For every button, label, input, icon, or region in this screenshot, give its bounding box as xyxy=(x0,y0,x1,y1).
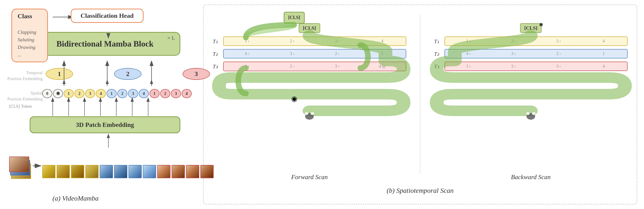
token-r1: 1 xyxy=(150,89,160,98)
temporal-pos-embed-label: Temporal Position Embedding xyxy=(7,70,43,82)
svg-point-24 xyxy=(310,112,314,115)
svg-text:[CLS]: [CLS] xyxy=(288,15,300,20)
token-y1: 1 xyxy=(64,89,74,98)
cls-box-backward: [CLS] ◉ xyxy=(520,23,541,33)
divider xyxy=(420,14,420,174)
t3-frames-backward: 1 ‹ 2 ‹ 3 ‹ 4 xyxy=(444,62,628,71)
svg-point-25 xyxy=(526,113,535,120)
t1-label-forward: T₁ xyxy=(213,38,221,44)
thumb-front xyxy=(9,156,29,172)
t3b-f1: 1 ‹ xyxy=(447,64,490,69)
right-panel: [CLS] ◉ xyxy=(203,4,637,204)
token-r2: 2 xyxy=(160,89,170,98)
token-b2: 2 xyxy=(117,89,127,98)
svg-rect-19 xyxy=(284,12,304,23)
cls-top-forward: [CLS] xyxy=(213,23,406,33)
t1-f3: 3 › xyxy=(316,39,359,44)
token-star: ✱ xyxy=(53,89,63,98)
cls-box-forward: [CLS] xyxy=(299,23,320,33)
frame-oval-1: 1 xyxy=(46,68,73,80)
backward-scan-title: Backward Scan xyxy=(430,174,632,181)
left-panel: Class Clapping Saluting Drawing ... Clas… xyxy=(7,4,194,204)
svg-point-22 xyxy=(305,113,314,120)
t3-f3: 3 › xyxy=(316,64,359,69)
t1-label-backward: T₁ xyxy=(434,38,443,44)
t2-f1: 1 xyxy=(361,51,404,56)
patch-img-y4 xyxy=(85,165,98,178)
patch-img-r4 xyxy=(200,165,214,178)
class-items: Clapping Saluting Drawing ... xyxy=(18,21,42,58)
classif-head-box: Classification Head xyxy=(71,9,144,23)
t2-f4: 4 ‹ xyxy=(226,51,269,56)
t2b-f2: 2 › xyxy=(537,51,580,56)
t2b-f4: 4 › xyxy=(447,51,490,56)
token-y3: 3 xyxy=(85,89,95,98)
t3b-f4: 4 xyxy=(582,64,626,69)
source-video-thumbs xyxy=(9,156,32,184)
token-r3: 3 xyxy=(171,89,181,98)
token-b4: 4 xyxy=(139,89,149,98)
forward-scan-title: Forward Scan xyxy=(208,174,411,181)
t3-row-forward: T₃ 1 › 2 › 3 › 4 ◎ xyxy=(213,62,406,71)
patch-img-y1 xyxy=(42,165,56,178)
patch-img-y3 xyxy=(71,165,84,178)
frame-oval-3: 3 xyxy=(182,68,210,80)
t1b-f4: 4 xyxy=(582,39,626,44)
svg-text:◉: ◉ xyxy=(291,95,297,103)
t1-row-forward: T₁ 1 › 2 › 3 › 4 xyxy=(213,36,406,46)
patch-embed-box: 3D Patch Embedding xyxy=(30,116,180,133)
patch-img-b2 xyxy=(114,165,127,178)
cls-top-backward: [CLS] ◉ xyxy=(434,23,628,33)
t1-row-backward: T₁ 1 ‹ 2 ‹ 3 ‹ 4 xyxy=(434,36,628,46)
backward-grid: [CLS] ◉ T₁ 1 ‹ 2 ‹ 3 ‹ 4 xyxy=(430,23,632,74)
mamba-block: Bidirectional Mamba Block × L xyxy=(30,32,180,56)
token-b1: 1 xyxy=(106,89,116,98)
t3-label-backward: T₃ xyxy=(434,63,443,70)
token-row: 0 ✱ 1 2 3 4 1 2 3 4 1 2 3 4 xyxy=(42,89,192,98)
svg-point-26 xyxy=(526,112,530,115)
t1b-f2: 2 ‹ xyxy=(492,39,535,44)
t2-frames-forward: 4 ‹ 3 ‹ 2 ‹ 1 xyxy=(223,49,406,58)
frame-ovals-row: 1 2 3 xyxy=(46,68,210,80)
t3-f2: 2 › xyxy=(271,64,314,69)
token-cls: 0 xyxy=(42,89,52,98)
t2-label-forward: T₂ xyxy=(213,51,221,57)
t2-f2: 2 ‹ xyxy=(316,51,359,56)
token-y2: 2 xyxy=(74,89,84,98)
patch-images-row xyxy=(42,165,214,178)
class-title: Class xyxy=(18,12,42,20)
t3b-f3: 3 ‹ xyxy=(537,64,580,69)
patch-img-r3 xyxy=(186,165,199,178)
svg-point-23 xyxy=(305,112,308,115)
patch-img-r1 xyxy=(157,165,170,178)
t2b-f3: 3 › xyxy=(492,51,535,56)
patch-img-b3 xyxy=(128,165,142,178)
t2-frames-backward: 4 › 3 › 2 › 1 xyxy=(444,49,628,58)
t3-label-forward: T₃ xyxy=(213,63,221,70)
t1-frames-forward: 1 › 2 › 3 › 4 xyxy=(223,36,406,46)
t2-f3: 3 ‹ xyxy=(271,51,314,56)
t3-row-backward: T₃ 1 ‹ 2 ‹ 3 ‹ 4 xyxy=(434,62,628,71)
forward-grid: [CLS] T₁ 1 › 2 › 3 › 4 xyxy=(208,23,411,74)
class-box: Class Clapping Saluting Drawing ... xyxy=(12,9,48,62)
caption-a: (a) VideoMamba xyxy=(52,194,98,202)
patch-img-r2 xyxy=(172,165,185,178)
t2-row-backward: T₂ 4 › 3 › 2 › 1 xyxy=(434,49,628,58)
backward-scan-section: [CLS] ◉ T₁ 1 ‹ 2 ‹ 3 ‹ 4 xyxy=(430,10,632,188)
main-container: Class Clapping Saluting Drawing ... Clas… xyxy=(0,0,644,209)
right-inner: [CLS] ◉ xyxy=(208,10,632,197)
t1-f4: 4 xyxy=(361,39,404,44)
spatial-pos-embed-label: Spatial Position Embedding xyxy=(7,90,43,102)
token-b3: 3 xyxy=(128,89,138,98)
t1-frames-backward: 1 ‹ 2 ‹ 3 ‹ 4 xyxy=(444,36,628,46)
caption-b: (b) Spatiotemporal Scan xyxy=(386,187,454,194)
face-icon-top: ◉ xyxy=(539,22,543,27)
times-l: × L xyxy=(167,35,175,41)
token-r4: 4 xyxy=(182,89,192,98)
frame-oval-2: 2 xyxy=(114,68,142,80)
t1b-f1: 1 ‹ xyxy=(447,39,490,44)
t3-frames-forward: 1 › 2 › 3 › 4 ◎ xyxy=(223,62,406,71)
t2-row-forward: T₂ 4 ‹ 3 ‹ 2 ‹ 1 xyxy=(213,49,406,58)
t1b-f3: 3 ‹ xyxy=(537,39,580,44)
svg-point-27 xyxy=(532,112,536,115)
